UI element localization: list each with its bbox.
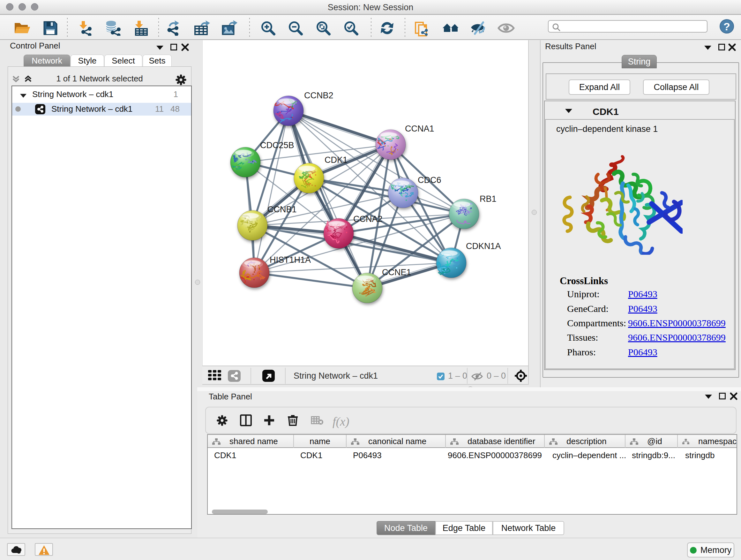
svg-text:CDC25B: CDC25B [260,140,294,150]
svg-text:CDKN1A: CDKN1A [466,241,501,251]
svg-text:CCNB1: CCNB1 [267,205,297,214]
svg-text:CCNE1: CCNE1 [382,267,411,277]
svg-text:CDK1: CDK1 [325,155,347,165]
svg-text:CCNA1: CCNA1 [405,124,434,133]
svg-text:HIST1H1A: HIST1H1A [270,255,311,265]
svg-text:CDC6: CDC6 [418,175,441,185]
svg-text:RB1: RB1 [480,194,496,204]
svg-text:CCNB2: CCNB2 [304,91,333,100]
svg-text:CCNA2: CCNA2 [353,214,383,224]
